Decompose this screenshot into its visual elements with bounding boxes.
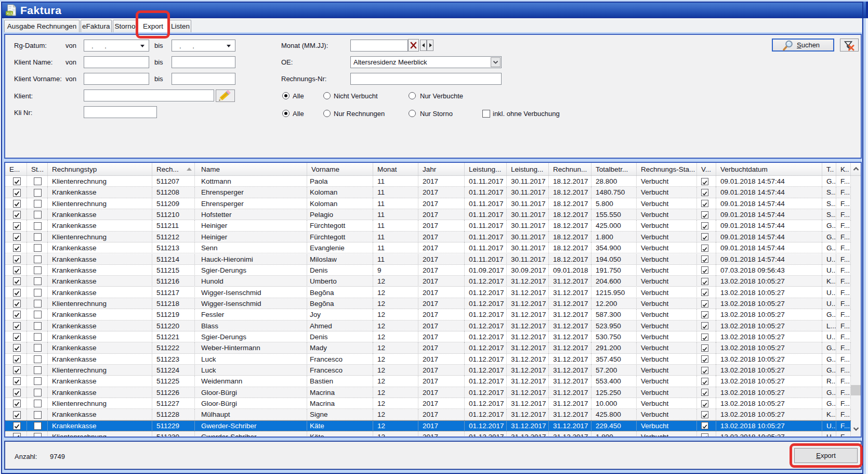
- svg-text:XLS: XLS: [7, 12, 12, 15]
